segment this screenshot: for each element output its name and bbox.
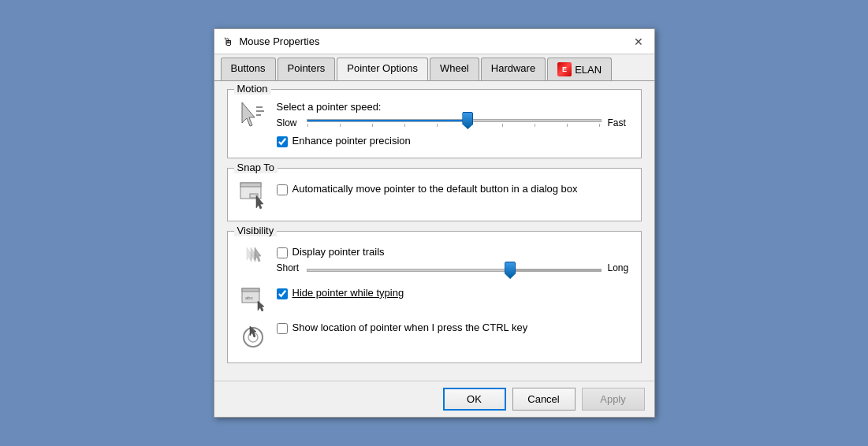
- speed-label: Select a pointer speed:: [277, 101, 631, 113]
- close-button[interactable]: ✕: [631, 34, 646, 50]
- mouse-properties-dialog: 🖱 Mouse Properties ✕ Buttons Pointers Po…: [214, 28, 655, 418]
- tab-pointer-options[interactable]: Pointer Options: [337, 58, 428, 80]
- window-icon: 🖱: [222, 35, 235, 48]
- footer: OK Cancel Apply: [214, 381, 654, 417]
- tab-bar: Buttons Pointers Pointer Options Wheel H…: [214, 54, 654, 81]
- enhance-precision-label[interactable]: Enhance pointer precision: [292, 135, 411, 148]
- ok-button[interactable]: OK: [443, 388, 506, 411]
- visibility-label: Visibility: [234, 225, 278, 236]
- speed-slider[interactable]: [307, 119, 602, 122]
- svg-rect-5: [240, 183, 261, 187]
- visibility-section: Visibility Display pointer trails: [227, 231, 642, 363]
- short-label: Short: [277, 262, 300, 273]
- motion-section: Motion Select a pointer speed: Slow: [227, 89, 642, 158]
- tab-elan[interactable]: E ELAN: [547, 58, 612, 80]
- ctrl-location-checkbox[interactable]: [277, 323, 288, 334]
- snap-to-label: Snap To: [234, 162, 278, 173]
- snap-to-inner: Automatically move pointer to the defaul…: [237, 180, 631, 211]
- hide-pointer-icon: abc: [237, 284, 269, 315]
- ctrl-location-icon: [237, 318, 269, 353]
- ctrl-location-row: Show location of pointer when I press th…: [277, 321, 631, 335]
- snap-to-controls: Automatically move pointer to the defaul…: [277, 180, 631, 196]
- hide-pointer-controls: Hide pointer while typing: [277, 284, 631, 300]
- svg-marker-0: [242, 102, 255, 126]
- motion-controls: Select a pointer speed: Slow: [277, 101, 631, 148]
- trails-icon: [237, 243, 269, 274]
- long-label: Long: [608, 262, 631, 273]
- trails-slider[interactable]: [307, 269, 602, 272]
- speed-slider-row: Slow: [277, 117, 631, 128]
- hide-pointer-inner: abc Hide pointer while typing: [237, 284, 631, 315]
- hide-pointer-checkbox[interactable]: [277, 288, 288, 299]
- ctrl-location-inner: Show location of pointer when I press th…: [237, 318, 631, 353]
- motion-inner: Select a pointer speed: Slow: [237, 101, 631, 148]
- trails-slider-row: Short Long: [277, 262, 631, 274]
- tab-buttons[interactable]: Buttons: [221, 58, 276, 80]
- tab-wheel[interactable]: Wheel: [430, 58, 479, 80]
- svg-marker-14: [258, 301, 264, 311]
- snap-to-icon: [237, 180, 269, 211]
- motion-icon: [237, 101, 269, 132]
- trails-checkbox[interactable]: [277, 247, 288, 258]
- trails-checkbox-label[interactable]: Display pointer trails: [292, 246, 385, 259]
- motion-label: Motion: [234, 83, 271, 95]
- svg-text:abc: abc: [245, 295, 253, 300]
- hide-pointer-row: Hide pointer while typing: [277, 287, 631, 300]
- ctrl-location-label[interactable]: Show location of pointer when I press th…: [292, 321, 528, 335]
- apply-button[interactable]: Apply: [582, 388, 645, 411]
- title-bar-left: 🖱 Mouse Properties: [222, 35, 320, 48]
- tab-hardware[interactable]: Hardware: [481, 58, 546, 80]
- tab-content: Motion Select a pointer speed: Slow: [214, 81, 654, 381]
- ctrl-location-controls: Show location of pointer when I press th…: [277, 318, 631, 335]
- trails-controls: Display pointer trails Short Long: [277, 243, 631, 281]
- hide-pointer-label[interactable]: Hide pointer while typing: [292, 287, 404, 300]
- elan-icon: E: [557, 62, 572, 76]
- slow-label: Slow: [277, 117, 300, 128]
- enhance-precision-checkbox[interactable]: [277, 136, 288, 147]
- trails-inner: Display pointer trails Short Long: [237, 243, 631, 281]
- cancel-button[interactable]: Cancel: [512, 388, 576, 411]
- fast-label: Fast: [608, 117, 631, 128]
- enhance-precision-row: Enhance pointer precision: [277, 135, 631, 148]
- tab-pointers[interactable]: Pointers: [278, 58, 336, 80]
- svg-rect-12: [242, 288, 259, 292]
- snap-to-checkbox[interactable]: [277, 184, 288, 195]
- snap-to-checkbox-label[interactable]: Automatically move pointer to the defaul…: [292, 183, 578, 196]
- snap-to-checkbox-row: Automatically move pointer to the defaul…: [277, 183, 631, 196]
- window-title: Mouse Properties: [240, 35, 320, 47]
- snap-to-section: Snap To Automatically move poi: [227, 168, 642, 221]
- trails-checkbox-row: Display pointer trails: [277, 246, 631, 259]
- title-bar: 🖱 Mouse Properties ✕: [214, 29, 654, 54]
